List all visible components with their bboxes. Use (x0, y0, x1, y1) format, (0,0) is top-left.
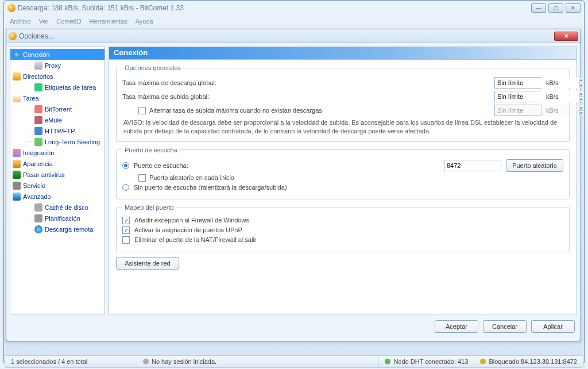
tree-avanzado[interactable]: Avanzado (10, 191, 105, 202)
legend-listen: Puerto de escucha (122, 147, 180, 153)
dialog-icon (9, 32, 17, 40)
check-nat[interactable] (122, 236, 130, 244)
dialog-close-button[interactable]: ✕ (554, 32, 578, 41)
cancel-button[interactable]: Cancelar (483, 320, 527, 333)
network-wizard-button[interactable]: Asistente de red (116, 257, 179, 270)
options-tree[interactable]: Conexión ⋯Proxy Directorios ⋯Etiquetas d… (10, 47, 105, 314)
spin-down-icon: ▼ (579, 83, 583, 89)
tree-etiquetas[interactable]: ⋯Etiquetas de tarea (10, 82, 105, 93)
apply-button[interactable]: Aplicar (531, 320, 575, 333)
menu-ayuda[interactable]: Ayuda (136, 18, 153, 25)
input-port[interactable] (444, 160, 501, 171)
radio-no-listen[interactable] (122, 184, 129, 191)
menu-cometid[interactable]: CometID (56, 18, 81, 25)
ok-button[interactable]: Aceptar (435, 320, 478, 333)
menu-archivo[interactable]: Archivo (10, 18, 31, 25)
check-random-start[interactable] (138, 174, 146, 182)
tree-cache[interactable]: ⋮Caché de disco (10, 202, 105, 213)
status-selection: 1 seleccionados / 4 en total (5, 356, 137, 367)
tree-tarea[interactable]: Tarea (10, 93, 105, 103)
status-session: No hay sesión iniciada. (152, 358, 216, 365)
minimize-button[interactable]: — (531, 3, 546, 13)
check-firewall[interactable]: ✓ (122, 217, 130, 224)
tree-antivirus[interactable]: Pasar antivirus (10, 169, 105, 180)
tree-directorios[interactable]: Directorios (10, 71, 105, 82)
app-icon (7, 4, 16, 12)
tree-apariencia[interactable]: Apariencia (10, 158, 105, 169)
tree-remota[interactable]: ⋯Descarga remota (10, 224, 105, 235)
dialog-title: Opciones... (17, 32, 554, 40)
options-dialog: Opciones... ✕ Conexión ⋯Proxy Directorio… (6, 29, 581, 341)
label-ul-rate: Tasa máxima de subida global: (122, 93, 490, 100)
settings-panel: Conexión Opciones generales Tasa máxima … (109, 47, 577, 314)
group-listen: Puerto de escucha Puerto de escucha: Pue… (116, 147, 570, 199)
status-bar: 1 seleccionados / 4 en total No hay sesi… (5, 355, 583, 368)
input-ul-rate[interactable]: ▲▼ (494, 91, 541, 102)
label-alt-rate: Alternar tasa de subida máxima cuando no… (149, 107, 322, 114)
radio-listen-port[interactable] (122, 162, 129, 169)
label-firewall: Añadir excepción al Firewall de Windows (134, 217, 249, 224)
spin-up-icon: ▲ (579, 78, 583, 83)
label-listen-port: Puerto de escucha: (134, 162, 439, 169)
main-titlebar: Descarga: 188 kB/s, Subida: 151 kB/s - B… (4, 1, 584, 16)
tree-integracion[interactable]: Integración (10, 147, 105, 158)
main-title: Descarga: 188 kB/s, Subida: 151 kB/s - B… (16, 4, 531, 12)
input-dl-rate[interactable]: ▲▼ (494, 77, 541, 89)
unit-kbs: kB/s (546, 79, 563, 86)
random-port-button[interactable]: Puerto aleatorio (506, 159, 563, 172)
label-nat: Eliminar el puerto de la NAT/Firewall al… (134, 236, 257, 243)
menu-ver[interactable]: Ver (39, 18, 49, 25)
check-alt-rate[interactable] (138, 107, 146, 114)
tree-http[interactable]: ⋮HTTP/FTP (10, 125, 105, 136)
tree-proxy[interactable]: ⋯Proxy (10, 60, 105, 71)
label-dl-rate: Tasa máxima de descarga global: (122, 79, 490, 86)
input-alt-rate: ▲▼ (494, 105, 541, 116)
status-blocked: Bloqueado:84.123.30.131:8472 (489, 358, 577, 365)
label-upnp: Activar la asignación de puertos UPnP (134, 226, 242, 233)
tree-bittorrent[interactable]: ⋮BitTorrent (10, 103, 105, 114)
group-general: Opciones generales Tasa máxima de descar… (116, 64, 570, 142)
note-aviso: AVISO: la velocidad de descarga debe ser… (123, 118, 562, 136)
blocked-status-icon (480, 359, 486, 364)
check-upnp[interactable]: ✓ (122, 226, 130, 234)
label-no-listen: Sin puerto de escucha (ralentizará la de… (134, 184, 287, 191)
tree-lts[interactable]: ⋯Long-Term Seeding (10, 136, 105, 147)
tree-planificacion[interactable]: ⋮Planificación (10, 213, 105, 224)
tree-conexion[interactable]: Conexión (10, 49, 105, 60)
main-close-button[interactable]: ✕ (566, 3, 581, 13)
dht-status-icon (385, 359, 390, 364)
dialog-footer: Aceptar Cancelar Aplicar (6, 318, 581, 335)
panel-title: Conexión (109, 47, 577, 60)
label-random-start: Puerto aleatorio en cada inicio (149, 174, 234, 181)
session-status-icon (143, 359, 149, 364)
maximize-button[interactable]: ▢ (548, 3, 563, 13)
main-menu: Archivo Ver CometID Herramientas Ayuda (4, 16, 584, 27)
group-mapping: Mapeo del puerto ✓Añadir excepción al Fi… (116, 204, 570, 252)
status-dht: Nodo DHT conectado: 413 (393, 358, 468, 365)
menu-herramientas[interactable]: Herramientas (90, 18, 127, 25)
tree-emule[interactable]: ⋮eMule (10, 114, 105, 125)
legend-mapping: Mapeo del puerto (122, 204, 176, 211)
legend-general: Opciones generales (122, 64, 183, 71)
tree-servicio[interactable]: Servicio (10, 180, 105, 191)
dialog-titlebar: Opciones... ✕ (6, 29, 581, 43)
